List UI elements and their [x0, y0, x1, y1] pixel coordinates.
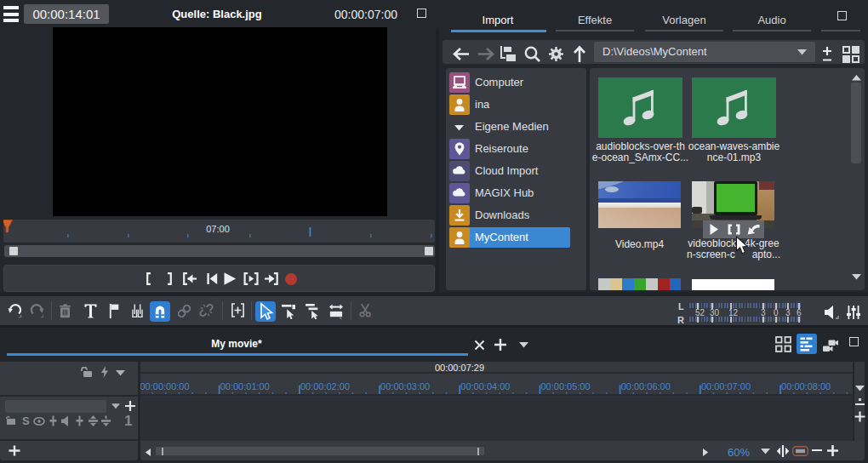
svg-text:S: S — [22, 415, 30, 426]
